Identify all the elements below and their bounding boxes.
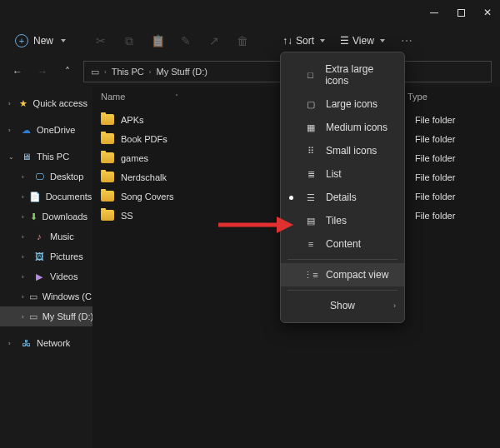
sidebar-label: Quick access: [33, 98, 88, 108]
copy-button[interactable]: ⧉: [118, 29, 141, 52]
menu-item-extra-large-icons[interactable]: □ Extra large icons: [281, 57, 404, 92]
delete-icon: 🗑: [237, 34, 248, 47]
details-icon: ☰: [304, 192, 318, 203]
copy-icon: ⧉: [125, 34, 133, 48]
file-type: File folder: [408, 192, 492, 202]
navbar: ← → ˄ ▭ › This PC › My Stuff (D:) My Stu…: [0, 57, 500, 87]
sidebar-item-onedrive[interactable]: › ☁ OneDrive: [0, 120, 92, 140]
folder-icon: [101, 210, 114, 221]
share-icon: ↗: [209, 34, 219, 47]
sidebar-item-drive-d[interactable]: › ▭ My Stuff (D:): [0, 306, 92, 326]
breadcrumb[interactable]: ▭ › This PC › My Stuff (D:): [83, 61, 295, 82]
folder-icon: [101, 152, 114, 163]
chevron-right-icon: ›: [22, 213, 25, 221]
file-name: APKs: [121, 115, 275, 125]
large-icons-icon: ▢: [304, 99, 318, 110]
sidebar-item-drive-c[interactable]: › ▭ Windows (C:): [0, 286, 92, 306]
paste-button[interactable]: 📋: [146, 29, 169, 52]
rename-button[interactable]: ✎: [174, 29, 198, 52]
maximize-icon: [458, 9, 465, 17]
close-button[interactable]: ✕: [482, 7, 493, 18]
network-icon: 🖧: [20, 337, 32, 349]
sort-button[interactable]: ↑↓ Sort: [278, 32, 330, 50]
folder-icon: [101, 191, 114, 202]
file-name: SS: [121, 211, 275, 221]
breadcrumb-seg-thispc[interactable]: This PC: [112, 67, 144, 77]
main-area: › ★ Quick access › ☁ OneDrive ⌄ 🖥 This P…: [0, 87, 500, 448]
new-button[interactable]: + New: [8, 31, 72, 51]
sidebar-item-pictures[interactable]: › 🖼 Pictures: [0, 246, 92, 266]
chevron-right-icon: ›: [22, 233, 28, 241]
desktop-icon: 🖵: [33, 171, 45, 182]
sidebar-label: Pictures: [50, 251, 83, 261]
sidebar-label: OneDrive: [37, 125, 75, 135]
chevron-right-icon: ›: [104, 68, 107, 76]
more-button[interactable]: ⋯: [395, 29, 418, 52]
view-button[interactable]: ☰ View: [335, 32, 390, 50]
chevron-right-icon: ›: [8, 340, 15, 347]
back-button[interactable]: ←: [8, 62, 27, 81]
file-type: File folder: [408, 134, 492, 144]
up-button[interactable]: ˄: [58, 62, 77, 81]
share-button[interactable]: ↗: [202, 29, 226, 52]
sidebar-item-desktop[interactable]: › 🖵 Desktop: [0, 167, 92, 187]
menu-label: List: [326, 168, 342, 180]
menu-item-medium-icons[interactable]: ▦ Medium icons: [281, 116, 404, 139]
sidebar-item-network[interactable]: › 🖧 Network: [0, 333, 92, 353]
menu-item-content[interactable]: ≡ Content: [281, 232, 404, 256]
minimize-button[interactable]: [428, 7, 440, 18]
menu-label: Compact view: [326, 269, 388, 281]
menu-item-show[interactable]: Show ›: [281, 294, 404, 317]
menu-item-compact-view[interactable]: ⋮≡ Compact view: [281, 263, 404, 286]
menu-item-small-icons[interactable]: ⠿ Small icons: [281, 139, 404, 162]
file-explorer-window: ✕ + New ✂ ⧉ 📋 ✎ ↗ 🗑 ↑↓ Sort ☰ View ⋯ ← →…: [0, 0, 500, 448]
folder-icon: [101, 172, 114, 182]
forward-button[interactable]: →: [33, 62, 52, 81]
file-type: File folder: [408, 172, 492, 182]
view-dropdown-menu: □ Extra large icons ▢ Large icons ▦ Medi…: [280, 52, 405, 323]
breadcrumb-seg-mystuff[interactable]: My Stuff (D:): [156, 67, 208, 77]
chevron-right-icon: ›: [22, 253, 28, 261]
chevron-right-icon: ›: [8, 100, 13, 107]
compact-view-icon: ⋮≡: [304, 270, 318, 281]
file-type: File folder: [408, 115, 492, 125]
maximize-button[interactable]: [455, 7, 467, 18]
star-icon: ★: [18, 97, 28, 109]
sidebar-item-downloads[interactable]: › ⬇ Downloads: [0, 207, 92, 226]
menu-item-large-icons[interactable]: ▢ Large icons: [281, 92, 404, 116]
sidebar-item-videos[interactable]: › ▶ Videos: [0, 266, 92, 286]
file-type: File folder: [408, 211, 492, 221]
column-header-name[interactable]: Name ˄: [101, 92, 268, 102]
file-type: File folder: [408, 153, 492, 163]
delete-button[interactable]: 🗑: [231, 29, 254, 52]
sidebar-item-music[interactable]: › ♪ Music: [0, 226, 92, 246]
paste-icon: 📋: [151, 34, 165, 47]
menu-label: Small icons: [326, 145, 377, 157]
close-icon: ✕: [483, 7, 492, 18]
menu-item-details[interactable]: ☰ Details: [281, 186, 404, 209]
drive-icon: ▭: [29, 291, 38, 302]
more-icon: ⋯: [401, 34, 412, 47]
plus-icon: +: [15, 34, 28, 47]
sidebar-label: Documents: [46, 192, 92, 202]
sidebar-item-documents[interactable]: › 📄 Documents: [0, 187, 92, 207]
sidebar-item-thispc[interactable]: ⌄ 🖥 This PC: [0, 147, 92, 167]
drive-icon: ▭: [91, 67, 99, 77]
sidebar-label: Windows (C:): [42, 291, 92, 301]
sort-icon: ↑↓: [282, 35, 292, 47]
sidebar-item-quick-access[interactable]: › ★ Quick access: [0, 93, 92, 113]
documents-icon: 📄: [29, 191, 41, 202]
menu-item-tiles[interactable]: ▤ Tiles: [281, 209, 404, 232]
file-name: Song Covers: [121, 192, 275, 202]
content-icon: ≡: [304, 239, 318, 249]
chevron-right-icon: ›: [22, 173, 28, 181]
column-header-type[interactable]: Type: [401, 92, 484, 102]
sort-ascending-icon: ˄: [175, 93, 178, 101]
menu-item-list[interactable]: ≣ List: [281, 162, 404, 186]
sidebar-label: Downloads: [42, 212, 88, 222]
menu-separator: [288, 290, 398, 291]
cut-button[interactable]: ✂: [89, 29, 112, 52]
sidebar: › ★ Quick access › ☁ OneDrive ⌄ 🖥 This P…: [0, 87, 92, 448]
cloud-icon: ☁: [20, 124, 32, 136]
menu-label: Tiles: [326, 215, 347, 226]
